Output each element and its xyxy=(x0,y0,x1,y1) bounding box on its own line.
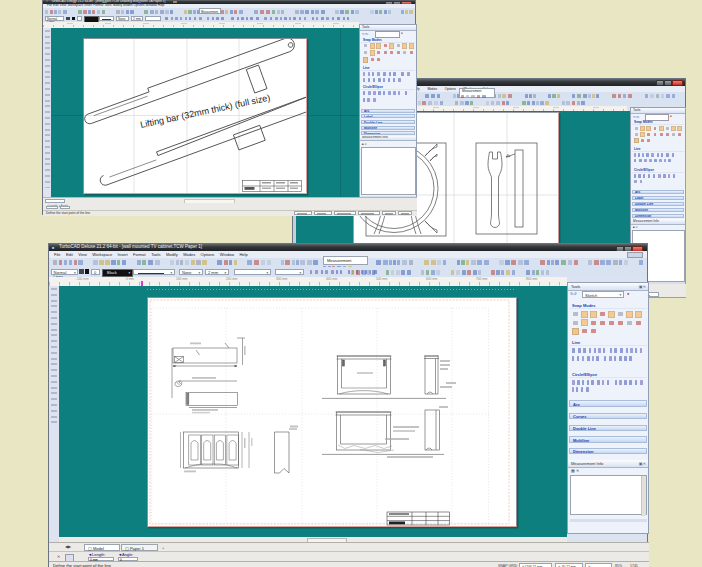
svg-text:Lifting bar (32mm thick) (full: Lifting bar (32mm thick) (full size) xyxy=(139,93,271,130)
